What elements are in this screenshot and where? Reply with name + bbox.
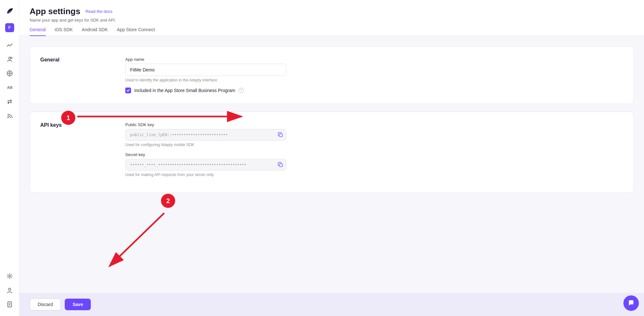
tab-general[interactable]: General [30, 27, 46, 36]
sidebar-item-integrations[interactable] [3, 67, 16, 80]
public-sdk-label: Public SDK key [125, 122, 623, 127]
footer-bar: Discard Save [19, 293, 644, 316]
svg-rect-18 [279, 134, 282, 137]
sidebar-item-migrations[interactable] [3, 95, 16, 108]
save-button[interactable]: Save [65, 299, 91, 310]
general-section-label: General [40, 57, 105, 93]
sidebar-item-ab-test[interactable]: A B [3, 81, 16, 94]
help-icon[interactable]: ? [239, 88, 244, 93]
sidebar-item-analytics[interactable] [3, 39, 16, 51]
api-keys-section-label: API keys [40, 122, 105, 182]
app-name-label: App name [125, 57, 623, 62]
page-header: App settings Read the docs Name your app… [19, 0, 644, 36]
page-title: App settings [30, 6, 80, 16]
sidebar-item-feed[interactable] [3, 109, 16, 122]
secret-key-wrapper: ••••••_••••_••••••••••••••••••••••••••••… [125, 159, 286, 171]
svg-point-1 [10, 57, 12, 59]
sidebar-nav: A B [3, 39, 16, 268]
secret-key-hint: Used for making API requests from your s… [125, 172, 623, 177]
svg-point-3 [9, 73, 10, 74]
small-business-label: Included in the App Store Small Business… [134, 88, 235, 93]
secret-key-label: Secret key [125, 152, 623, 157]
general-fields: App name Used to identify the applicatio… [125, 57, 623, 93]
chat-support-button[interactable] [623, 295, 639, 311]
read-docs-link[interactable]: Read the docs [85, 9, 112, 14]
svg-text:A: A [7, 86, 10, 89]
tabs-bar: General iOS SDK Android SDK App Store Co… [30, 27, 634, 36]
discard-button[interactable]: Discard [30, 298, 61, 311]
copy-secret-key-button[interactable] [278, 162, 283, 167]
tab-ios-sdk[interactable]: iOS SDK [55, 27, 73, 36]
tab-app-store-connect[interactable]: App Store Connect [117, 27, 155, 36]
page-content: General App name Used to identify the ap… [19, 36, 644, 316]
copy-public-sdk-button[interactable] [278, 132, 283, 137]
public-sdk-hint: Used for configuring Adapty mobile SDK [125, 143, 623, 147]
page-subtitle: Name your app and get keys for SDK and A… [30, 18, 634, 23]
sidebar-item-users[interactable] [3, 53, 16, 66]
user-avatar[interactable]: F [5, 23, 14, 32]
sidebar: F [0, 0, 19, 316]
content-wrapper: General App name Used to identify the ap… [19, 36, 644, 316]
public-sdk-value: public_live_lpE8::••••••••••••••••••••••… [125, 129, 286, 141]
main-area: App settings Read the docs Name your app… [19, 0, 644, 316]
sidebar-item-settings[interactable] [3, 270, 16, 283]
general-section-inner: General App name Used to identify the ap… [30, 47, 633, 104]
svg-point-11 [7, 117, 9, 118]
small-business-checkbox-row: Included in the App Store Small Business… [125, 88, 623, 93]
api-keys-section: API keys Public SDK key public_live_lpE8… [30, 112, 634, 193]
svg-point-12 [9, 275, 11, 277]
public-sdk-wrapper: public_live_lpE8::••••••••••••••••••••••… [125, 129, 286, 141]
api-keys-section-inner: API keys Public SDK key public_live_lpE8… [30, 112, 633, 192]
api-keys-fields: Public SDK key public_live_lpE8::•••••••… [125, 122, 623, 182]
sidebar-bottom [3, 270, 16, 311]
secret-key-value: ••••••_••••_••••••••••••••••••••••••••••… [125, 159, 286, 171]
app-logo [4, 5, 15, 17]
svg-rect-19 [279, 164, 282, 167]
general-section: General App name Used to identify the ap… [30, 46, 634, 104]
app-name-input[interactable] [125, 64, 286, 76]
sidebar-item-docs[interactable] [3, 298, 16, 311]
svg-text:B: B [10, 86, 13, 89]
sidebar-item-profile[interactable] [3, 284, 16, 297]
app-name-hint: Used to identify the application in the … [125, 78, 623, 82]
svg-point-13 [8, 288, 11, 291]
tab-android-sdk[interactable]: Android SDK [82, 27, 108, 36]
small-business-checkbox[interactable] [125, 88, 131, 93]
